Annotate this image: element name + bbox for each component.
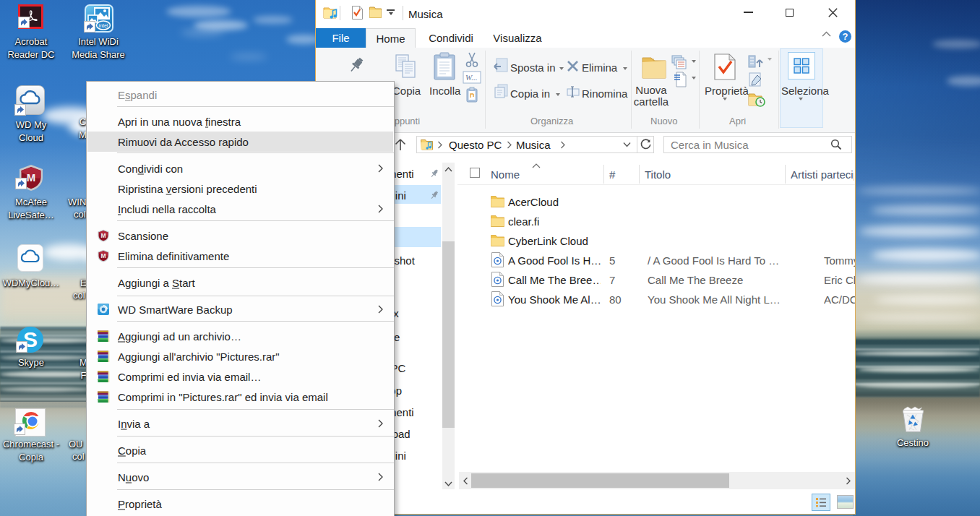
svg-text:W...: W...: [465, 73, 477, 82]
svg-text:intel: intel: [99, 23, 108, 28]
svg-text:M: M: [27, 171, 36, 184]
svg-text:M: M: [100, 252, 106, 259]
svg-text:M: M: [100, 232, 106, 239]
